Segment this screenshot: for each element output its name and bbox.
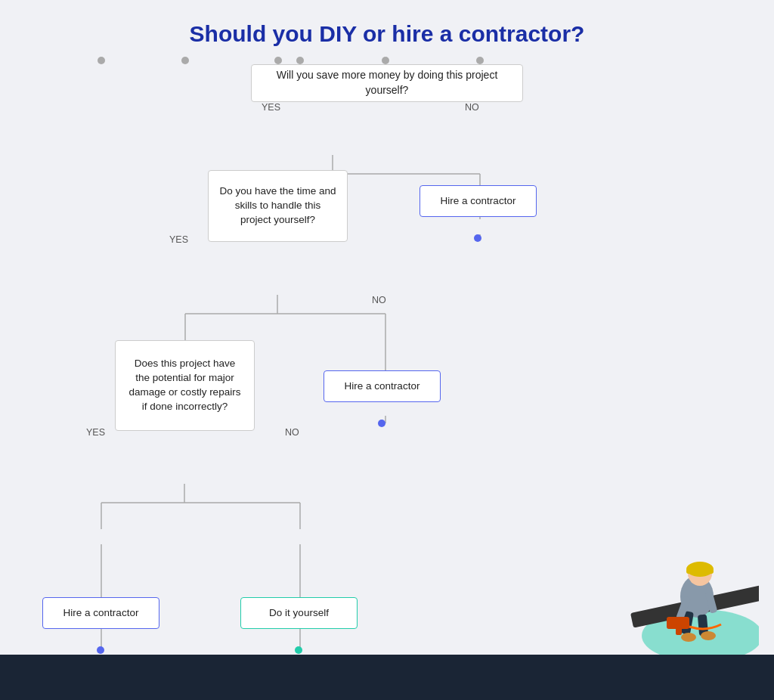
main-container: Should you DIY or hire a contractor? [0,0,774,700]
dot-q2-right [382,57,389,64]
question-1-node: Will you save more money by doing this p… [251,64,523,102]
dot-q2-left [181,57,189,64]
no-label-1: NO [465,102,479,113]
no-label-2: NO [372,295,386,305]
flowchart-lines [0,53,665,673]
dot-hire2 [378,420,385,427]
svg-point-24 [701,631,716,640]
worker-svg [585,485,759,658]
svg-rect-27 [686,569,714,574]
bottom-bar [0,655,774,700]
page-title: Should you DIY or hire a contractor? [0,0,774,60]
dot-q3-left [98,57,105,64]
svg-point-23 [681,633,696,642]
question-3-node: Does this project have the potential for… [115,340,255,431]
dot-q1-right [476,57,484,64]
hire-contractor-3-node: Hire a contractor [42,597,159,629]
dot-q1-left [274,57,282,64]
worker-illustration [585,485,759,658]
dot-diy [295,646,302,654]
no-label-3: NO [285,427,299,438]
diy-node: Do it yourself [240,597,358,629]
svg-rect-30 [676,624,682,635]
dot-hire1 [474,234,481,242]
hire-contractor-2-node: Hire a contractor [324,370,441,402]
dot-hire3 [97,646,104,654]
question-2-node: Do you have the time and skills to handl… [208,170,348,242]
dot-q3-right [296,57,304,64]
yes-label-1: YES [262,102,280,113]
hire-contractor-1-node: Hire a contractor [420,185,537,217]
yes-label-2: YES [169,234,188,245]
yes-label-3: YES [86,427,105,438]
